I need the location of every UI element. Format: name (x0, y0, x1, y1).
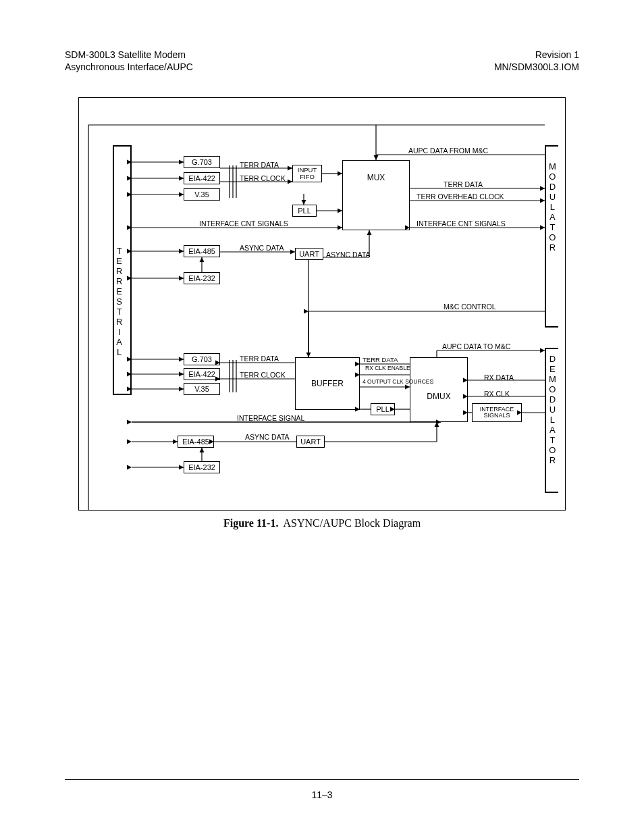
footer-rule (65, 779, 579, 780)
header-right-line1: Revision 1 (535, 49, 579, 60)
header-left-line2: Asynchronous Interface/AUPC (65, 61, 193, 72)
header-left: SDM-300L3 Satellite Modem Asynchronous I… (65, 49, 193, 73)
figure-number: Figure 11-1. (223, 517, 278, 529)
header-left-line1: SDM-300L3 Satellite Modem (65, 49, 186, 60)
page-number: 11–3 (311, 789, 332, 800)
header-right-line2: MN/SDM300L3.IOM (494, 61, 579, 72)
header-right: Revision 1 MN/SDM300L3.IOM (494, 49, 579, 73)
page: SDM-300L3 Satellite Modem Asynchronous I… (0, 0, 644, 834)
figure-title: ASYNC/AUPC Block Diagram (284, 517, 421, 529)
page-header: SDM-300L3 Satellite Modem Asynchronous I… (65, 49, 579, 73)
diagram-wires: ∙ (79, 98, 565, 510)
figure-frame: TERRESTRIAL MODULATOR DEMODULATOR G.703 … (78, 97, 566, 511)
figure-caption: Figure 11-1. ASYNC/AUPC Block Diagram (65, 517, 579, 529)
page-footer: 11–3 (0, 789, 644, 800)
